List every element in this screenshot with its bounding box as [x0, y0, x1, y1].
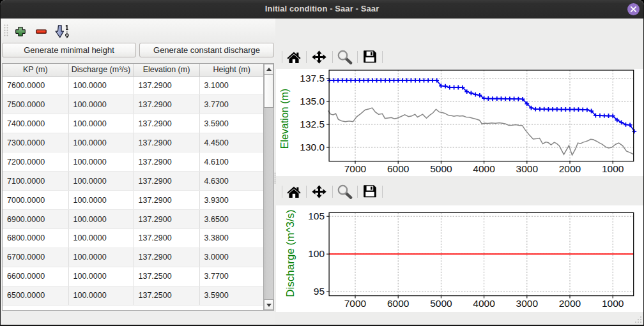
svg-text:Elevation (m): Elevation (m) — [279, 89, 289, 149]
svg-text:137.5: 137.5 — [300, 73, 325, 84]
svg-text:130.0: 130.0 — [300, 142, 325, 152]
svg-text:7000: 7000 — [344, 298, 366, 309]
svg-text:1000: 1000 — [601, 298, 624, 309]
svg-text:95: 95 — [313, 286, 324, 297]
svg-text:5000: 5000 — [430, 163, 452, 174]
svg-text:4000: 4000 — [473, 163, 495, 174]
svg-text:5000: 5000 — [430, 298, 452, 309]
svg-text:6000: 6000 — [387, 163, 409, 174]
svg-text:7000: 7000 — [344, 163, 366, 174]
svg-text:132.5: 132.5 — [300, 119, 325, 130]
svg-text:2000: 2000 — [558, 163, 581, 174]
svg-text:4000: 4000 — [473, 298, 495, 309]
svg-text:3000: 3000 — [516, 298, 538, 309]
svg-text:Discharge (m^3/s): Discharge (m^3/s) — [284, 209, 296, 297]
svg-text:3000: 3000 — [516, 163, 538, 174]
svg-text:1000: 1000 — [601, 163, 624, 174]
svg-text:2000: 2000 — [558, 298, 581, 309]
svg-text:100: 100 — [308, 248, 325, 259]
svg-text:135.0: 135.0 — [300, 96, 325, 107]
svg-text:105: 105 — [308, 211, 325, 221]
svg-text:6000: 6000 — [387, 298, 409, 309]
